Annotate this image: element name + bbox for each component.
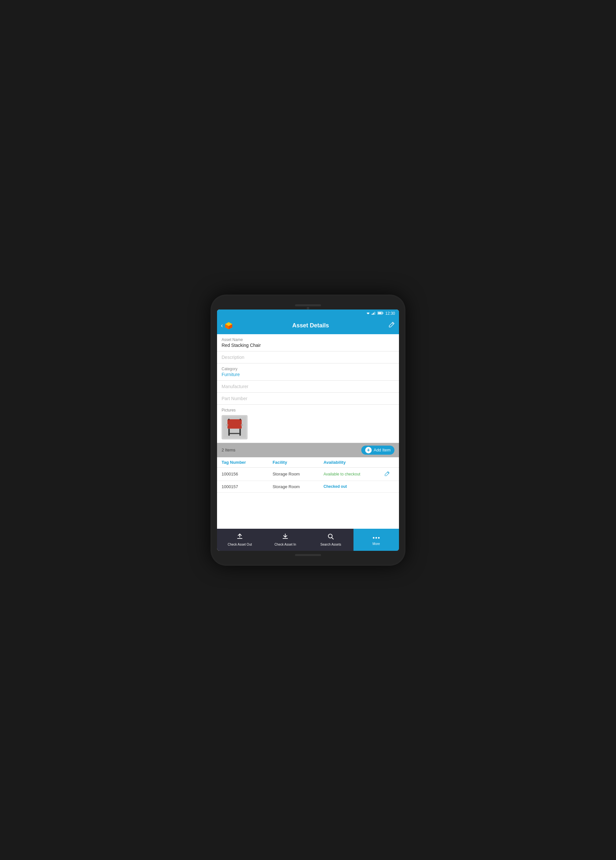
description-label: Description	[222, 355, 394, 360]
facility-cell: Storage Room	[273, 472, 324, 476]
signal-icon	[372, 311, 376, 315]
svg-rect-23	[283, 538, 288, 539]
back-button[interactable]: ‹	[221, 321, 233, 330]
top-bar: ‹ Asset Details	[217, 317, 399, 334]
add-item-label: Add Item	[374, 447, 391, 452]
add-circle-icon: +	[365, 447, 372, 454]
tag-number-cell: 1000156	[222, 472, 273, 476]
items-count: 2 Items	[222, 447, 236, 452]
svg-rect-16	[239, 429, 241, 436]
svg-point-28	[378, 537, 380, 539]
row-edit-icon[interactable]	[385, 471, 394, 477]
add-item-button[interactable]: + Add Item	[361, 446, 394, 455]
description-field: Description	[217, 352, 399, 363]
chair-image	[222, 415, 248, 439]
status-icons: 12:30	[366, 311, 395, 316]
nav-search-assets[interactable]: Search Assets	[308, 529, 354, 551]
svg-rect-22	[237, 538, 242, 539]
svg-point-27	[376, 537, 377, 539]
more-icon	[372, 534, 380, 541]
nav-more-label: More	[372, 542, 380, 546]
svg-line-25	[332, 538, 333, 539]
availability-cell: Available to checkout	[324, 472, 385, 476]
nav-check-asset-in[interactable]: Check Asset In	[262, 529, 308, 551]
battery-icon	[377, 311, 383, 315]
col-facility: Facility	[273, 460, 324, 465]
svg-rect-17	[228, 419, 230, 420]
wifi-icon	[366, 311, 370, 315]
asset-name-label: Asset Name	[222, 337, 394, 342]
tablet-device: 12:30 ‹ Asset Details	[211, 295, 405, 566]
manufacturer-field: Manufacturer	[217, 381, 399, 393]
category-label: Category	[222, 367, 394, 371]
svg-rect-13	[228, 427, 242, 429]
category-value: Furniture	[222, 372, 394, 377]
back-arrow-icon: ‹	[221, 322, 223, 329]
facility-cell: Storage Room	[273, 484, 324, 489]
svg-rect-7	[378, 312, 382, 314]
svg-rect-2	[372, 314, 372, 315]
svg-rect-3	[373, 313, 374, 315]
page-title: Asset Details	[233, 322, 388, 329]
bottom-nav: Check Asset Out Check Asset In	[217, 529, 399, 551]
asset-name-field: Asset Name Red Stacking Chair	[217, 334, 399, 352]
svg-rect-6	[382, 312, 383, 314]
svg-point-26	[373, 537, 375, 539]
asset-name-value: Red Stacking Chair	[222, 343, 394, 348]
camera	[307, 307, 309, 309]
part-number-label: Part Number	[222, 396, 394, 401]
pictures-label: Pictures	[222, 408, 394, 413]
category-field: Category Furniture	[217, 363, 399, 381]
nav-search-label: Search Assets	[321, 543, 341, 546]
time-display: 12:30	[385, 311, 395, 316]
availability-cell: Checked out	[324, 484, 385, 489]
content-spacer	[217, 493, 399, 529]
svg-rect-15	[228, 429, 230, 436]
items-header: 2 Items + Add Item	[217, 443, 399, 457]
download-icon	[282, 533, 289, 542]
search-icon	[327, 533, 334, 542]
svg-rect-20	[241, 424, 243, 426]
svg-rect-14	[228, 419, 242, 427]
status-bar: 12:30	[217, 309, 399, 317]
col-availability: Availability	[324, 460, 385, 465]
speaker-top	[295, 304, 321, 306]
svg-rect-21	[229, 433, 240, 434]
upload-icon	[236, 533, 244, 542]
tag-number-cell: 1000157	[222, 484, 273, 489]
svg-rect-19	[226, 424, 228, 426]
nav-more[interactable]: More	[354, 529, 399, 551]
table-row: 1000156 Storage Room Available to checko…	[217, 468, 399, 481]
table-row: 1000157 Storage Room Checked out	[217, 481, 399, 493]
col-tag-number: Tag Number	[222, 460, 273, 465]
part-number-field: Part Number	[217, 393, 399, 405]
pictures-section: Pictures	[217, 405, 399, 443]
nav-check-out-label: Check Asset Out	[228, 543, 252, 546]
table-header: Tag Number Facility Availability	[217, 457, 399, 468]
tablet-screen: 12:30 ‹ Asset Details	[217, 309, 399, 551]
app-cube-icon	[224, 321, 233, 330]
manufacturer-label: Manufacturer	[222, 384, 394, 389]
content-area: Asset Name Red Stacking Chair Descriptio…	[217, 334, 399, 529]
edit-button[interactable]	[388, 321, 395, 330]
svg-rect-18	[240, 419, 241, 420]
svg-rect-4	[374, 312, 375, 315]
speaker-bottom	[295, 554, 321, 556]
nav-check-asset-out[interactable]: Check Asset Out	[217, 529, 262, 551]
nav-check-in-label: Check Asset In	[275, 543, 296, 546]
